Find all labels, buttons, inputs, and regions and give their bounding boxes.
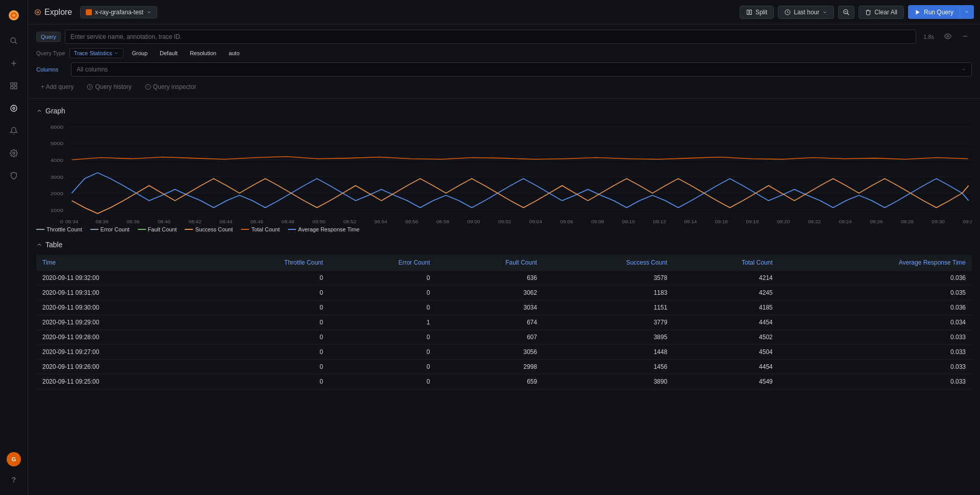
cell-total: 4454 [673, 315, 778, 330]
cell-throttle: 0 [205, 286, 329, 300]
col-time[interactable]: Time [36, 255, 205, 271]
cell-throttle: 0 [205, 330, 329, 345]
run-query-dropdown[interactable] [960, 5, 974, 19]
cell-success: 3890 [543, 374, 673, 389]
col-total[interactable]: Total Count [673, 255, 778, 271]
cell-success: 3895 [543, 330, 673, 345]
query-inspector-button[interactable]: Query inspector [140, 81, 201, 93]
cell-throttle: 0 [205, 345, 329, 360]
cell-time: 2020-09-11 09:25:00 [36, 374, 205, 389]
table-panel-header[interactable]: Table [36, 241, 972, 249]
svg-point-11 [11, 105, 17, 111]
datasource-selector[interactable]: x-ray-grafana-test [80, 6, 157, 18]
cell-fault: 3034 [436, 300, 543, 315]
sidebar-item-add[interactable] [4, 53, 24, 74]
graph-panel-header[interactable]: Graph [36, 107, 972, 115]
svg-text:09:24: 09:24 [839, 220, 852, 223]
trace-statistics-button[interactable]: Trace Statistics [69, 48, 124, 58]
cell-total: 4454 [673, 360, 778, 374]
sidebar-item-explore[interactable] [4, 98, 24, 119]
cell-success: 3578 [543, 271, 673, 286]
chart-area: 6000 5000 4000 3000 2000 1000 0 08:34 0 [36, 121, 972, 223]
cell-avg-rt: 0.035 [779, 286, 972, 300]
cell-success: 1456 [543, 360, 673, 374]
svg-text:2000: 2000 [51, 191, 63, 196]
cell-avg-rt: 0.036 [779, 300, 972, 315]
svg-text:08:38: 08:38 [127, 220, 139, 223]
sidebar-item-help[interactable]: ? [4, 469, 24, 490]
col-error[interactable]: Error Count [329, 255, 436, 271]
svg-text:1000: 1000 [51, 208, 63, 213]
svg-rect-9 [11, 86, 13, 89]
cell-error: 1 [329, 315, 436, 330]
legend-throttle: Throttle Count [36, 226, 82, 232]
col-throttle[interactable]: Throttle Count [205, 255, 329, 271]
resolution-button[interactable]: Resolution [186, 49, 220, 58]
minus-icon[interactable] [959, 31, 972, 43]
col-avg-rt[interactable]: Average Response Time [779, 255, 972, 271]
add-query-button[interactable]: + Add query [36, 81, 78, 93]
time-range-button[interactable]: Last hour [778, 6, 834, 19]
svg-point-3 [11, 38, 15, 42]
main-area: Explore x-ray-grafana-test Split Last ho… [28, 0, 980, 495]
split-button[interactable]: Split [740, 6, 774, 19]
legend-avg-rt: Average Response Time [288, 226, 359, 232]
sidebar-item-search[interactable] [4, 31, 24, 51]
query-history-button[interactable]: Query history [82, 81, 136, 93]
query-input[interactable] [65, 30, 916, 44]
eye-icon[interactable] [941, 31, 954, 43]
cell-error: 0 [329, 286, 436, 300]
svg-point-12 [13, 107, 15, 109]
svg-text:0: 0 [60, 219, 64, 223]
cell-total: 4245 [673, 286, 778, 300]
query-type-label: Query Type [36, 50, 65, 56]
svg-point-15 [37, 11, 39, 13]
svg-point-13 [13, 152, 15, 154]
group-button[interactable]: Group [128, 49, 152, 58]
sidebar-item-settings[interactable] [4, 143, 24, 163]
col-fault[interactable]: Fault Count [436, 255, 543, 271]
cell-avg-rt: 0.033 [779, 345, 972, 360]
data-table: Time Throttle Count Error Count Fault Co… [36, 255, 972, 389]
cell-error: 0 [329, 360, 436, 374]
svg-text:6000: 6000 [51, 125, 63, 130]
svg-rect-8 [14, 83, 17, 85]
svg-text:09:16: 09:16 [715, 220, 728, 223]
avatar[interactable]: G [7, 452, 21, 466]
columns-label: Columns [36, 66, 67, 73]
table-row: 2020-09-11 09:25:00 0 0 659 3890 4549 0.… [36, 374, 972, 389]
svg-text:08:56: 08:56 [405, 220, 418, 223]
svg-text:5000: 5000 [51, 141, 63, 146]
table-row: 2020-09-11 09:29:00 0 1 674 3779 4454 0.… [36, 315, 972, 330]
svg-text:09:22: 09:22 [808, 220, 821, 223]
legend-success: Success Count [185, 226, 233, 232]
sidebar-item-dashboards[interactable] [4, 76, 24, 96]
columns-select[interactable]: All columns [71, 62, 972, 77]
cell-time: 2020-09-11 09:32:00 [36, 271, 205, 286]
svg-text:08:40: 08:40 [158, 220, 170, 223]
svg-text:09:08: 09:08 [591, 220, 604, 223]
default-button[interactable]: Default [156, 49, 182, 58]
run-query-button[interactable]: Run Query [908, 5, 960, 19]
svg-text:08:54: 08:54 [374, 220, 387, 223]
zoom-button[interactable] [838, 6, 854, 19]
legend-fault: Fault Count [138, 226, 177, 232]
cell-throttle: 0 [205, 271, 329, 286]
cell-time: 2020-09-11 09:31:00 [36, 286, 205, 300]
table-row: 2020-09-11 09:27:00 0 0 3056 1448 4504 0… [36, 345, 972, 360]
cell-total: 4504 [673, 345, 778, 360]
svg-text:08:48: 08:48 [281, 220, 294, 223]
cell-success: 1151 [543, 300, 673, 315]
svg-text:09:28: 09:28 [901, 220, 914, 223]
cell-total: 4549 [673, 374, 778, 389]
auto-button[interactable]: auto [225, 49, 243, 58]
clear-all-button[interactable]: Clear All [859, 6, 904, 19]
sidebar-item-shield[interactable] [4, 166, 24, 186]
table-row: 2020-09-11 09:31:00 0 0 3062 1183 4245 0… [36, 286, 972, 300]
query-actions: + Add query Query history Query inspecto… [36, 81, 972, 93]
col-success[interactable]: Success Count [543, 255, 673, 271]
svg-text:09:02: 09:02 [498, 220, 511, 223]
sidebar-item-alerts[interactable] [4, 121, 24, 141]
logo[interactable] [4, 5, 24, 26]
cell-success: 1448 [543, 345, 673, 360]
